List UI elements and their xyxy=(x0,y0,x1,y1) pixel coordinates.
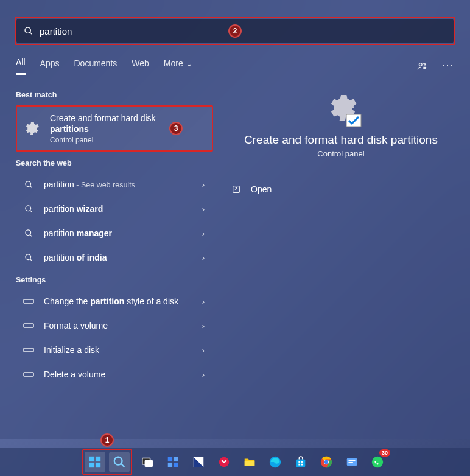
edge-icon xyxy=(268,455,282,469)
settings-result[interactable]: Delete a volume › xyxy=(16,363,213,385)
app-icon xyxy=(217,455,231,469)
search-bar-highlight: 2 xyxy=(15,17,455,45)
svg-rect-16 xyxy=(233,186,240,193)
svg-line-8 xyxy=(30,234,32,236)
svg-rect-11 xyxy=(24,299,33,303)
settings-result[interactable]: Initialize a disk › xyxy=(16,339,213,361)
search-icon xyxy=(24,253,33,262)
svg-rect-25 xyxy=(145,460,152,466)
whatsapp-icon xyxy=(371,455,384,469)
web-result[interactable]: partition manager › xyxy=(16,222,213,244)
store-button[interactable] xyxy=(290,452,311,472)
whatsapp-button[interactable]: 30 xyxy=(367,452,388,472)
edge-button[interactable] xyxy=(265,452,286,472)
svg-rect-14 xyxy=(24,373,33,376)
svg-point-22 xyxy=(114,457,122,465)
best-match-title-line2: partitions xyxy=(50,124,156,135)
search-icon xyxy=(24,205,33,214)
annotation-badge-1: 1 xyxy=(100,433,114,447)
svg-rect-44 xyxy=(349,460,356,461)
svg-point-0 xyxy=(25,27,30,33)
svg-line-10 xyxy=(30,259,32,261)
search-input[interactable] xyxy=(40,26,446,37)
svg-rect-36 xyxy=(298,461,300,463)
search-icon xyxy=(24,229,33,238)
taskbar-app[interactable] xyxy=(342,452,362,472)
taskbar-app[interactable] xyxy=(188,452,209,472)
disk-icon xyxy=(23,298,34,305)
divider xyxy=(226,172,455,172)
notification-badge: 30 xyxy=(379,449,390,457)
search-icon xyxy=(24,180,33,189)
tab-more[interactable]: More ⌄ xyxy=(164,58,193,74)
section-web: Search the web xyxy=(16,159,219,167)
svg-rect-29 xyxy=(174,463,178,467)
chevron-down-icon: ⌄ xyxy=(186,58,193,68)
web-result[interactable]: partition wizard › xyxy=(16,198,213,220)
tab-documents[interactable]: Documents xyxy=(74,58,117,74)
windows-icon xyxy=(88,455,102,469)
taskbar-app[interactable] xyxy=(214,452,234,472)
file-explorer-button[interactable] xyxy=(239,452,260,472)
open-icon xyxy=(231,184,241,194)
chrome-button[interactable] xyxy=(316,452,337,472)
settings-result[interactable]: Change the partition style of a disk › xyxy=(16,290,213,312)
svg-rect-18 xyxy=(89,457,94,461)
gear-check-icon xyxy=(324,91,358,125)
chevron-right-icon: › xyxy=(202,297,205,306)
svg-line-1 xyxy=(30,32,32,34)
svg-line-4 xyxy=(30,186,32,187)
annotation-badge-3: 3 xyxy=(169,122,183,135)
preview-title: Create and format hard disk partitions xyxy=(244,133,438,147)
tab-web[interactable]: Web xyxy=(132,58,149,74)
svg-point-3 xyxy=(25,181,30,187)
app-icon xyxy=(345,455,359,469)
disk-icon xyxy=(23,346,34,354)
disk-icon xyxy=(23,322,34,329)
search-button[interactable] xyxy=(109,452,130,472)
svg-rect-19 xyxy=(96,457,100,461)
search-icon xyxy=(113,455,126,469)
folder-icon xyxy=(243,455,256,469)
svg-rect-26 xyxy=(168,457,172,461)
svg-point-9 xyxy=(25,254,30,260)
disk-icon xyxy=(23,371,34,378)
web-result[interactable]: partition - See web results › xyxy=(16,173,213,195)
best-match-result[interactable]: 3 Create and format hard disk partitions… xyxy=(16,105,213,152)
chevron-right-icon: › xyxy=(202,346,205,355)
svg-rect-12 xyxy=(24,324,33,327)
chevron-right-icon: › xyxy=(202,229,205,238)
svg-point-5 xyxy=(25,206,30,211)
section-best-match: Best match xyxy=(16,91,219,99)
tab-all[interactable]: All xyxy=(16,57,26,75)
annotation-badge-2: 2 xyxy=(228,24,242,38)
start-button[interactable] xyxy=(85,452,105,472)
filter-tabs: All Apps Documents Web More ⌄ ⋯ xyxy=(0,50,470,75)
chrome-icon xyxy=(320,455,333,469)
open-label: Open xyxy=(251,184,272,194)
svg-line-23 xyxy=(121,464,125,467)
gear-icon xyxy=(21,118,41,139)
search-icon xyxy=(24,26,33,36)
taskview-icon xyxy=(141,455,154,469)
chevron-right-icon: › xyxy=(202,321,205,331)
settings-result[interactable]: Format a volume › xyxy=(16,315,213,337)
chevron-right-icon: › xyxy=(202,370,205,379)
chevron-right-icon: › xyxy=(202,205,205,214)
store-icon xyxy=(294,455,307,469)
widgets-button[interactable] xyxy=(163,452,183,472)
web-result[interactable]: partition of india › xyxy=(16,247,213,268)
svg-rect-27 xyxy=(174,457,178,461)
chevron-right-icon: › xyxy=(202,180,205,189)
taskview-button[interactable] xyxy=(137,452,158,472)
tab-apps[interactable]: Apps xyxy=(40,58,60,74)
taskbar-highlight: 1 xyxy=(82,449,132,475)
account-sync-icon[interactable] xyxy=(416,61,427,72)
preview-subtitle: Control panel xyxy=(317,149,364,158)
svg-point-2 xyxy=(419,63,422,66)
more-options-icon[interactable]: ⋯ xyxy=(442,60,454,71)
best-match-subtitle: Control panel xyxy=(50,136,156,144)
preview-pane: Create and format hard disk partitions C… xyxy=(219,82,470,439)
svg-rect-35 xyxy=(296,459,306,467)
open-action[interactable]: Open xyxy=(226,178,455,200)
